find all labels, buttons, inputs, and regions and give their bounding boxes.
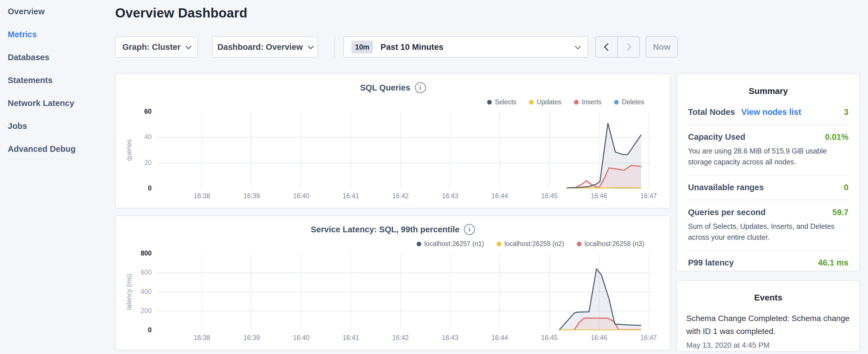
sidebar-item-advanced-debug[interactable]: Advanced Debug	[0, 137, 115, 160]
x-axis-tick: 16:44	[480, 192, 520, 200]
x-axis-tick: 16:43	[430, 334, 470, 342]
time-next-button[interactable]	[618, 37, 639, 57]
chart-legend: localhost:26257 (n1)localhost:26259 (n2)…	[417, 240, 644, 248]
info-icon[interactable]: i	[464, 224, 475, 235]
y-axis-tick: 0	[116, 185, 152, 192]
legend-item[interactable]: Selects	[487, 98, 517, 106]
y-axis-tick: 200	[116, 307, 152, 315]
summary-panel: SummaryTotal NodesView nodes list3Capaci…	[677, 74, 860, 271]
summary-row-head: Queries per second59.7	[688, 207, 848, 217]
sidebar-item-overview[interactable]: Overview	[0, 0, 115, 23]
summary-title: Summary	[688, 74, 848, 96]
chevron-left-icon	[603, 43, 612, 51]
chart-header: SQL Queriesi	[116, 74, 670, 93]
graph-dropdown[interactable]: Graph: Cluster	[115, 36, 198, 58]
chart-legend: SelectsUpdatesInsertsDeletes	[487, 98, 644, 106]
legend-item[interactable]: localhost:26258 (n3)	[577, 240, 644, 248]
event-timestamp: May 13, 2020 at 4:45 PM	[686, 338, 850, 350]
legend-item[interactable]: Inserts	[574, 98, 601, 106]
legend-item[interactable]: localhost:26259 (n2)	[497, 240, 564, 248]
sidebar-item-statements[interactable]: Statements	[0, 69, 115, 92]
summary-row: Unavailable ranges0	[688, 175, 848, 200]
chart-title: Service Latency: SQL, 99th percentile	[311, 225, 460, 234]
summary-row-label: Queries per second	[688, 207, 766, 217]
y-axis-tick: 40	[116, 133, 152, 141]
legend-dot-icon	[614, 100, 619, 104]
y-axis-tick: 600	[116, 269, 152, 277]
x-axis-tick: 16:44	[480, 334, 520, 342]
chevron-down-icon	[308, 43, 313, 49]
summary-row-label: Capacity Used	[688, 132, 745, 142]
summary-row: Queries per second59.7Sum of Selects, Up…	[688, 200, 848, 251]
summary-row-label: P99 latency	[688, 258, 734, 267]
x-axis-tick: 16:45	[529, 334, 569, 342]
now-button[interactable]: Now	[646, 36, 678, 58]
x-axis-tick: 16:43	[430, 192, 470, 200]
summary-row-value: 59.7	[833, 207, 848, 217]
legend-label: Updates	[537, 98, 561, 106]
events-title: Events	[686, 281, 850, 302]
x-axis-tick: 16:46	[579, 334, 619, 342]
x-axis-tick: 16:38	[182, 192, 222, 200]
sidebar-nav: OverviewMetricsDatabasesStatementsNetwor…	[0, 0, 115, 354]
legend-dot-icon	[487, 100, 492, 104]
summary-row: Total NodesView nodes list3	[688, 100, 848, 125]
events-panel: EventsSchema Change Completed: Schema ch…	[677, 280, 860, 352]
time-window-dropdown[interactable]: 10m Past 10 Minutes	[343, 36, 588, 58]
time-prev-button[interactable]	[596, 37, 618, 57]
dashboard-dropdown[interactable]: Dashboard: Overview	[212, 36, 318, 58]
legend-item[interactable]: Updates	[529, 98, 561, 106]
event-list-item[interactable]: Schema Change Completed: Schema change w…	[686, 302, 850, 350]
summary-row-label: Total Nodes	[688, 107, 735, 117]
page-title: Overview Dashboard	[115, 5, 247, 21]
summary-row-subtext: Sum of Selects, Updates, Inserts, and De…	[688, 217, 848, 243]
summary-row-head: P99 latency46.1 ms	[688, 258, 848, 267]
sidebar-item-jobs[interactable]: Jobs	[0, 115, 115, 137]
dashboard-dropdown-label: Dashboard: Overview	[217, 42, 303, 52]
chart-title: SQL Queries	[360, 83, 410, 93]
controls-divider	[334, 36, 335, 58]
chart-plot-area[interactable]	[157, 254, 651, 330]
x-axis-tick: 16:46	[579, 192, 619, 200]
legend-label: localhost:26259 (n2)	[504, 240, 564, 248]
legend-dot-icon	[497, 242, 501, 246]
summary-row: Capacity Used0.01%You are using 28.6 MiB…	[688, 125, 848, 175]
summary-row-label: Unavailable ranges	[688, 183, 764, 192]
legend-label: Deletes	[622, 98, 644, 106]
chevron-down-icon	[575, 43, 581, 49]
legend-item[interactable]: localhost:26257 (n1)	[417, 240, 484, 248]
time-window-label: Past 10 Minutes	[380, 42, 568, 52]
y-axis-tick: 60	[116, 108, 152, 116]
summary-row-value: 3	[844, 107, 848, 117]
x-axis-tick: 16:41	[331, 192, 371, 200]
summary-row-value: 46.1 ms	[818, 258, 848, 267]
x-axis-tick: 16:40	[281, 334, 321, 342]
x-axis-tick: 16:39	[231, 192, 272, 200]
event-text: Schema Change Completed: Schema change w…	[686, 312, 850, 338]
legend-dot-icon	[574, 100, 579, 104]
legend-label: Selects	[495, 98, 517, 106]
x-axis-tick: 16:39	[231, 334, 272, 342]
x-axis-tick: 16:38	[182, 334, 222, 342]
time-step-buttons	[595, 36, 640, 58]
summary-row-head: Capacity Used0.01%	[688, 132, 848, 142]
view-nodes-link[interactable]: View nodes list	[741, 107, 801, 117]
legend-item[interactable]: Deletes	[614, 98, 644, 106]
sidebar-item-network-latency[interactable]: Network Latency	[0, 92, 115, 115]
summary-row-value: 0.01%	[825, 132, 848, 142]
x-axis-tick: 16:47	[628, 334, 669, 342]
chart-plot-area[interactable]	[157, 112, 651, 189]
summary-row-head: Total NodesView nodes list3	[688, 107, 848, 117]
chart-card-0: SQL QueriesiSelectsUpdatesInsertsDeletes…	[115, 74, 671, 208]
legend-dot-icon	[577, 242, 582, 246]
summary-rows: Total NodesView nodes list3Capacity Used…	[688, 100, 848, 275]
info-icon[interactable]: i	[415, 82, 426, 93]
sidebar-item-metrics[interactable]: Metrics	[0, 23, 115, 46]
x-axis-tick: 16:45	[529, 192, 569, 200]
y-axis-tick: 0	[116, 326, 152, 334]
sidebar-item-databases[interactable]: Databases	[0, 46, 115, 69]
y-axis-title: latency (ms)	[125, 274, 133, 310]
y-axis-tick: 800	[116, 250, 152, 257]
x-axis-tick: 16:40	[281, 192, 321, 200]
legend-dot-icon	[417, 242, 421, 246]
